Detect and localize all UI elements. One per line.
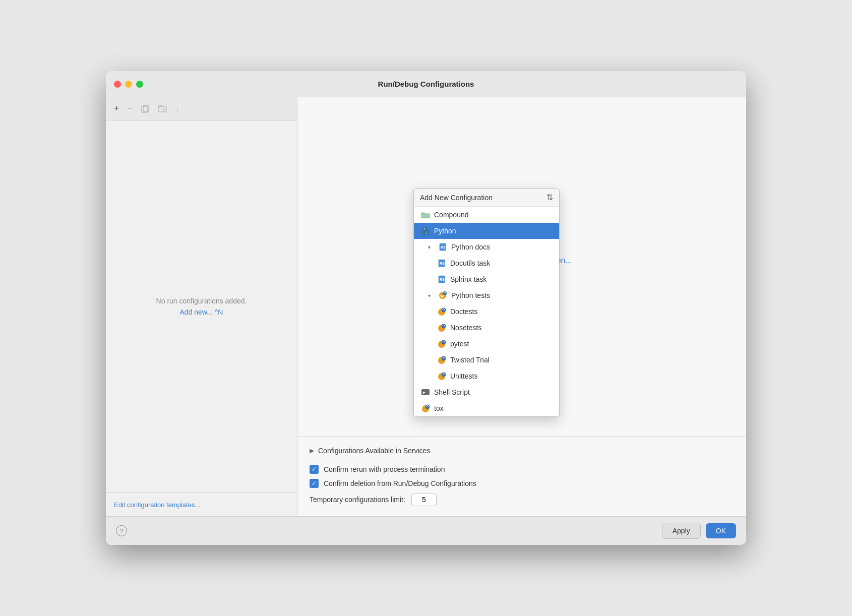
svg-text:RST: RST: [441, 245, 447, 249]
confirm-deletion-label: Confirm deletion from Run/Debug Configur…: [324, 479, 476, 487]
ok-button[interactable]: OK: [706, 523, 736, 538]
test-icon: [437, 355, 446, 364]
chevron-down-icon: ▾: [428, 244, 434, 250]
item-label: Twisted Trial: [450, 356, 490, 364]
remove-config-button[interactable]: −: [126, 102, 135, 115]
tox-icon: [421, 404, 430, 413]
add-new-config-dropdown[interactable]: Add New Configuration ⇅: [413, 188, 560, 417]
folder-open-icon: [421, 210, 430, 219]
confirm-rerun-row: Confirm rerun with process termination: [310, 465, 734, 474]
list-item[interactable]: pytest: [414, 336, 559, 352]
window-controls: [114, 81, 143, 88]
empty-text: No run configurations added.: [156, 297, 247, 305]
right-bottom-area: ▶ Configurations Available in Services C…: [297, 436, 746, 516]
move-folder-button[interactable]: [156, 104, 169, 114]
right-panel: Add new run configuration... or select o…: [297, 97, 746, 516]
dropdown-sort-button[interactable]: ⇅: [546, 193, 553, 202]
svg-point-3: [424, 228, 425, 229]
add-config-button[interactable]: +: [112, 102, 121, 115]
sidebar-add-link[interactable]: Add new... ^N: [180, 308, 223, 316]
item-label: Python docs: [451, 243, 490, 251]
list-item[interactable]: Nosetests: [414, 320, 559, 336]
svg-text:▶: ▶: [423, 390, 425, 395]
test-icon: [437, 372, 446, 381]
folder-move-icon: [158, 105, 167, 113]
item-label: pytest: [450, 340, 469, 348]
item-label: Unittests: [450, 372, 477, 380]
main-content: + − ↕: [106, 97, 746, 516]
item-label: Shell Script: [434, 388, 470, 396]
list-item[interactable]: tox: [414, 400, 559, 416]
list-item[interactable]: Python: [414, 223, 559, 239]
python-icon: [421, 226, 430, 235]
expand-arrow-icon: ▶: [310, 447, 314, 454]
confirm-deletion-row: Confirm deletion from Run/Debug Configur…: [310, 479, 734, 488]
svg-text:RST: RST: [440, 262, 446, 265]
svg-text:↕: ↕: [176, 105, 179, 113]
shell-icon: ▶: [421, 388, 430, 397]
chevron-down-icon: ▾: [428, 293, 434, 298]
list-item[interactable]: ▶ Shell Script: [414, 384, 559, 400]
item-label: Doctests: [450, 307, 477, 316]
help-button[interactable]: ?: [116, 525, 127, 536]
run-debug-window: Run/Debug Configurations + −: [106, 71, 746, 545]
close-button[interactable]: [114, 81, 121, 88]
sidebar-footer: Edit configuration templates...: [106, 492, 297, 516]
list-item[interactable]: Compound: [414, 207, 559, 223]
services-section[interactable]: ▶ Configurations Available in Services: [310, 447, 734, 455]
temp-config-input[interactable]: [411, 493, 437, 506]
list-item[interactable]: ▾ RST Python docs: [414, 239, 559, 255]
confirm-deletion-checkbox[interactable]: [310, 479, 319, 488]
list-item[interactable]: Unittests: [414, 368, 559, 384]
apply-button[interactable]: Apply: [662, 523, 701, 539]
sidebar: + − ↕: [106, 97, 297, 516]
item-label: Python: [434, 227, 456, 235]
item-label: Python tests: [451, 291, 490, 299]
item-label: Compound: [434, 211, 469, 219]
confirm-rerun-checkbox[interactable]: [310, 465, 319, 474]
list-item[interactable]: Doctests: [414, 303, 559, 320]
list-item[interactable]: Twisted Trial: [414, 352, 559, 368]
temp-config-label: Temporary configurations limit:: [310, 496, 405, 504]
svg-text:RST: RST: [440, 278, 446, 281]
item-label: Sphinx task: [450, 275, 486, 283]
services-label: Configurations Available in Services: [318, 447, 430, 455]
title-bar: Run/Debug Configurations: [106, 71, 746, 97]
maximize-button[interactable]: [136, 81, 143, 88]
copy-icon: [141, 104, 150, 113]
copy-config-button[interactable]: [139, 103, 152, 114]
dropdown-list: Compound: [414, 207, 559, 416]
sidebar-empty-state: No run configurations added. Add new... …: [106, 120, 297, 492]
right-main-area: Add new run configuration... or select o…: [297, 97, 746, 436]
edit-templates-link[interactable]: Edit configuration templates...: [114, 501, 200, 509]
confirm-rerun-label: Confirm rerun with process termination: [324, 465, 445, 473]
list-item[interactable]: RST Docutils task: [414, 255, 559, 271]
list-item[interactable]: RST Sphinx task: [414, 271, 559, 287]
rst-icon: RST: [437, 259, 446, 268]
sort-icon: ↕: [175, 104, 184, 113]
test-icon: [437, 323, 446, 332]
minimize-button[interactable]: [125, 81, 132, 88]
temp-config-row: Temporary configurations limit:: [310, 493, 734, 506]
test-icon: [437, 307, 446, 316]
dropdown-header: Add New Configuration ⇅: [414, 189, 559, 207]
rst-icon: RST: [438, 242, 447, 252]
test-icon: [437, 339, 446, 348]
test-icon: [438, 291, 447, 300]
dropdown-title: Add New Configuration: [420, 194, 493, 202]
sort-button[interactable]: ↕: [173, 103, 186, 114]
svg-point-4: [426, 233, 427, 234]
bottom-bar: ? Apply OK: [106, 516, 746, 545]
window-title: Run/Debug Configurations: [378, 80, 474, 88]
item-label: tox: [434, 404, 444, 412]
item-label: Nosetests: [450, 324, 481, 332]
item-label: Docutils task: [450, 259, 490, 267]
sidebar-toolbar: + − ↕: [106, 97, 297, 120]
dropdown-overlay: Add New Configuration ⇅: [297, 97, 746, 436]
list-item[interactable]: ▾ Python tests: [414, 287, 559, 303]
rst-icon: RST: [437, 275, 446, 284]
